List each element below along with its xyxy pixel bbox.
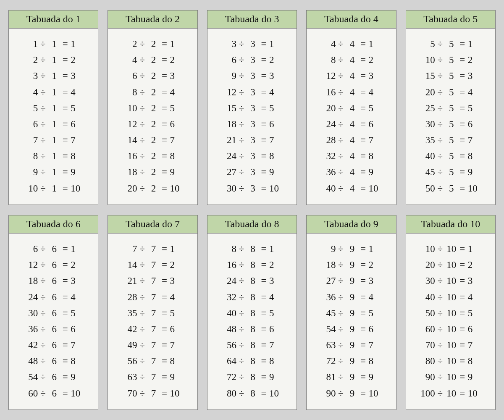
divisor: 2 <box>147 87 160 97</box>
division-row: 70÷10=7 <box>410 340 492 350</box>
dividend: 21 <box>220 135 236 145</box>
divide-sign: ÷ <box>236 276 247 286</box>
divide-sign: ÷ <box>137 372 147 382</box>
equals-sign: = <box>259 292 268 302</box>
quotient: 6 <box>268 324 284 334</box>
equals-sign: = <box>458 276 467 286</box>
division-row: 30÷6=5 <box>12 308 94 318</box>
quotient: 7 <box>467 135 482 145</box>
division-row: 12÷4=3 <box>310 71 392 81</box>
divide-sign: ÷ <box>137 292 147 302</box>
divisor: 6 <box>48 276 60 286</box>
equals-sign: = <box>358 276 368 286</box>
dividend: 12 <box>220 87 236 97</box>
division-table-card: Tabuada do 88÷8=116÷8=224÷8=332÷8=440÷8=… <box>207 215 297 410</box>
quotient: 6 <box>169 119 184 129</box>
quotient: 7 <box>70 340 85 350</box>
quotient: 5 <box>169 103 184 113</box>
quotient: 3 <box>467 276 482 286</box>
divide-sign: ÷ <box>435 292 445 302</box>
quotient: 8 <box>368 151 383 161</box>
divisor: 4 <box>346 184 358 193</box>
dividend: 2 <box>22 55 38 65</box>
division-row: 18÷2=9 <box>111 167 194 177</box>
division-row: 14÷2=7 <box>111 135 194 145</box>
dividend: 63 <box>121 372 137 382</box>
dividend: 18 <box>220 119 236 129</box>
divide-sign: ÷ <box>236 372 247 382</box>
equals-sign: = <box>358 167 368 177</box>
quotient: 4 <box>268 292 284 302</box>
dividend: 32 <box>320 151 336 161</box>
divisor: 7 <box>147 308 160 318</box>
divisor: 8 <box>247 260 259 270</box>
quotient: 6 <box>467 324 482 334</box>
equals-sign: = <box>458 308 467 318</box>
equals-sign: = <box>458 167 467 177</box>
division-row: 45÷9=5 <box>310 308 392 318</box>
divide-sign: ÷ <box>336 135 346 145</box>
quotient: 5 <box>268 308 284 318</box>
quotient: 2 <box>368 260 383 270</box>
divisor: 2 <box>147 71 160 81</box>
equals-sign: = <box>259 151 268 161</box>
equals-sign: = <box>458 292 467 302</box>
divide-sign: ÷ <box>38 340 48 350</box>
card-title: Tabuada do 3 <box>207 10 297 29</box>
quotient: 7 <box>268 340 284 350</box>
divisor: 10 <box>445 340 458 350</box>
quotient: 10 <box>368 388 383 398</box>
divisor: 7 <box>147 276 160 286</box>
divisor: 5 <box>445 135 458 145</box>
divide-sign: ÷ <box>435 324 445 334</box>
quotient: 1 <box>70 39 85 49</box>
divide-sign: ÷ <box>137 71 147 81</box>
divisor: 10 <box>445 356 458 366</box>
dividend: 12 <box>121 119 137 129</box>
dividend: 45 <box>320 308 336 318</box>
quotient: 3 <box>268 276 284 286</box>
dividend: 2 <box>121 39 137 49</box>
dividend: 7 <box>22 135 38 145</box>
divisor: 5 <box>445 39 458 49</box>
dividend: 30 <box>419 119 435 129</box>
division-row: 40÷5=8 <box>410 151 492 161</box>
division-row: 3÷1=3 <box>12 71 94 81</box>
quotient: 4 <box>70 87 85 97</box>
division-row: 32÷8=4 <box>211 292 293 302</box>
division-row: 6÷3=2 <box>211 55 293 65</box>
division-row: 63÷7=9 <box>111 372 194 382</box>
dividend: 6 <box>220 55 236 65</box>
equals-sign: = <box>160 103 169 113</box>
divide-sign: ÷ <box>137 55 147 65</box>
equals-sign: = <box>259 55 268 65</box>
divisor: 1 <box>48 167 60 177</box>
divisor: 7 <box>147 372 160 382</box>
equals-sign: = <box>358 388 368 398</box>
divisor: 7 <box>147 244 160 254</box>
divisor: 7 <box>147 388 160 398</box>
division-row: 2÷2=1 <box>111 39 194 49</box>
divisor: 6 <box>48 372 60 382</box>
dividend: 48 <box>220 324 236 334</box>
divide-sign: ÷ <box>435 276 445 286</box>
dividend: 30 <box>22 308 38 318</box>
divisor: 9 <box>346 324 358 334</box>
divide-sign: ÷ <box>137 39 147 49</box>
divide-sign: ÷ <box>236 184 247 193</box>
divisor: 1 <box>48 87 60 97</box>
quotient: 4 <box>268 87 284 97</box>
divide-sign: ÷ <box>336 39 346 49</box>
division-row: 3÷3=1 <box>211 39 293 49</box>
divisor: 10 <box>445 292 458 302</box>
divisor: 9 <box>346 340 358 350</box>
dividend: 4 <box>22 87 38 97</box>
division-table-card: Tabuada do 77÷7=114÷7=221÷7=328÷7=435÷7=… <box>108 215 197 410</box>
division-row: 48÷6=8 <box>12 356 94 366</box>
divide-sign: ÷ <box>38 184 48 193</box>
divide-sign: ÷ <box>435 71 445 81</box>
division-row: 15÷5=3 <box>410 71 492 81</box>
quotient: 6 <box>70 119 85 129</box>
quotient: 6 <box>368 119 383 129</box>
quotient: 9 <box>70 372 85 382</box>
